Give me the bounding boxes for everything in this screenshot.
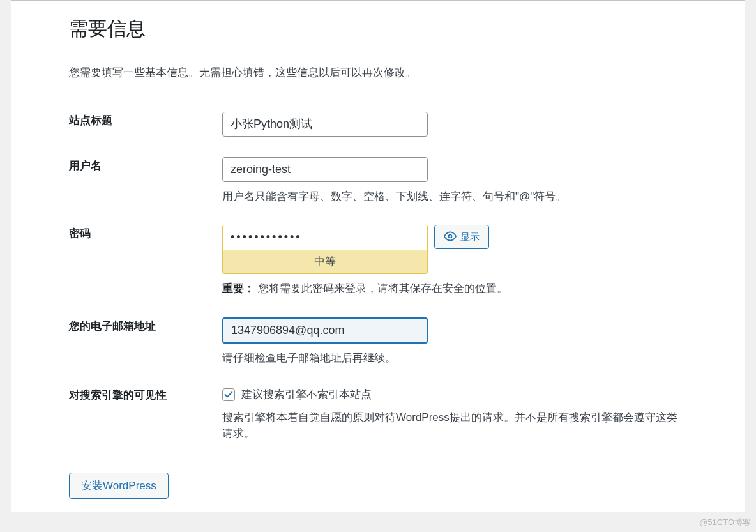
email-label: 您的电子邮箱地址	[69, 310, 222, 379]
site-title-label: 站点标题	[69, 104, 222, 149]
password-important-note: 重要： 您将需要此密码来登录，请将其保存在安全的位置。	[222, 280, 681, 297]
site-title-input[interactable]	[222, 112, 428, 137]
search-visibility-checkbox-label[interactable]: 建议搜索引擎不索引本站点	[241, 386, 372, 403]
email-input[interactable]	[222, 317, 428, 344]
email-hint: 请仔细检查电子邮箱地址后再继续。	[222, 350, 681, 367]
search-visibility-checkbox[interactable]	[222, 388, 235, 401]
username-label: 用户名	[69, 149, 222, 218]
search-visibility-label: 对搜索引擎的可见性	[69, 379, 222, 455]
password-input[interactable]	[222, 225, 428, 249]
important-label: 重要：	[222, 282, 255, 294]
show-password-label: 显示	[460, 231, 480, 243]
username-hint: 用户名只能含有字母、数字、空格、下划线、连字符、句号和"@"符号。	[222, 188, 681, 205]
page-heading: 需要信息	[69, 16, 687, 49]
install-form: 站点标题 用户名 用户名只能含有字母、数字、空格、下划线、连字符、句号和"@"符…	[69, 104, 687, 455]
password-label: 密码	[69, 217, 222, 309]
install-button[interactable]: 安装WordPress	[69, 473, 169, 499]
password-strength-meter: 中等	[222, 250, 428, 275]
username-input[interactable]	[222, 157, 428, 182]
eye-icon	[444, 230, 457, 245]
search-visibility-hint: 搜索引擎将本着自觉自愿的原则对待WordPress提出的请求。并不是所有搜索引擎…	[222, 409, 681, 442]
important-text: 您将需要此密码来登录，请将其保存在安全的位置。	[258, 282, 508, 294]
svg-point-0	[449, 234, 452, 238]
intro-text: 您需要填写一些基本信息。无需担心填错，这些信息以后可以再次修改。	[69, 65, 687, 81]
show-password-button[interactable]: 显示	[434, 225, 489, 249]
